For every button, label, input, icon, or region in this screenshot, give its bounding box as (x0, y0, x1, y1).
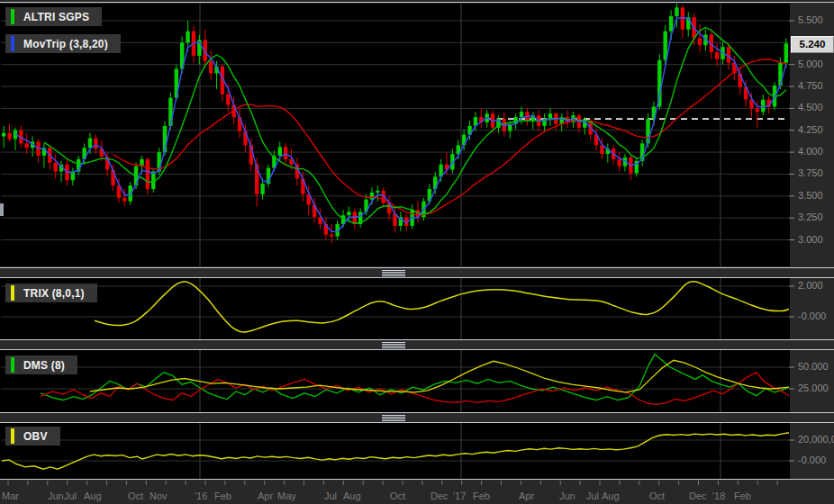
candle (88, 139, 92, 148)
charting-window: ALTRI SGPS MovTrip (3,8,20) TRIX (8,0,1)… (0, 0, 834, 504)
y-axis-tick-label: 3.500 (798, 190, 823, 201)
x-axis-month-label: Feb (214, 490, 231, 501)
dms-label: DMS (8) (23, 359, 65, 372)
trix-color-bar-icon (11, 285, 14, 301)
candle (71, 172, 75, 181)
x-axis-month-label: Oct (649, 490, 665, 501)
y-axis-tick-label: 3.750 (798, 167, 823, 178)
x-axis-month-label: Mar (2, 490, 19, 501)
y-axis-tick-label: 25.000 (798, 382, 829, 393)
candle (186, 32, 189, 43)
candle (330, 235, 333, 237)
candle (226, 94, 230, 105)
y-axis-tick-label: 5.500 (798, 14, 823, 25)
symbol-name: ALTRI SGPS (23, 11, 89, 23)
splitter-grip-icon[interactable] (382, 415, 405, 421)
candle (756, 108, 759, 112)
panel-splitter-3[interactable] (0, 412, 834, 423)
y-axis-tick-label: -0.000 (798, 310, 826, 321)
y-axis-tick-label: 3.250 (798, 212, 823, 222)
left-edge-marker (0, 203, 4, 216)
x-axis-month-label: '18 (712, 490, 725, 501)
y-axis-tick-label: 20,000,000 (798, 434, 834, 445)
candle (698, 38, 702, 45)
x-axis-month-label: Aug (343, 490, 361, 501)
last-price-badge: 5.240 (791, 36, 834, 53)
candle (122, 198, 126, 202)
movtrip-color-bar-icon (11, 36, 14, 51)
candle (53, 163, 57, 172)
price-scale-axis[interactable]: 5.5005.0004.7504.5004.2504.0003.7503.500… (791, 0, 834, 479)
chart-canvas[interactable] (0, 0, 834, 504)
candle (370, 193, 374, 200)
obv-color-bar-icon (11, 428, 14, 444)
movtrip-label: MovTrip (3,8,20) (23, 38, 108, 50)
y-axis-tick-label: 50.000 (798, 361, 829, 372)
x-axis-month-label: Feb (473, 490, 490, 501)
y-axis-tick-label: 3.000 (798, 234, 823, 245)
x-axis-month-label: Apr (258, 490, 273, 501)
x-axis-month-label: Aug (84, 490, 102, 501)
x-axis-month-label: Jun (48, 490, 64, 501)
x-axis-month-label: Apr (519, 490, 534, 501)
time-axis[interactable]: MarJunJulAugOctNov'16FebAprMayJulAugOctD… (0, 485, 834, 504)
x-axis-month-label: Jul (324, 490, 337, 501)
x-axis-month-label: Oct (390, 490, 405, 501)
candle (260, 184, 264, 194)
x-axis-month-label: Dec (431, 490, 449, 501)
candle (168, 98, 172, 126)
x-axis-month-label: Jul (64, 490, 77, 501)
splitter-grip-icon[interactable] (382, 270, 405, 276)
x-axis-month-label: Jul (586, 490, 599, 501)
x-axis-month-label: Aug (602, 490, 620, 501)
trix-label: TRIX (8,0,1) (23, 287, 85, 300)
y-axis-tick-label: -0.000 (798, 454, 826, 465)
panel-splitter-1[interactable] (0, 267, 834, 278)
dms-color-bar-icon (11, 357, 14, 373)
candle (784, 43, 788, 62)
y-axis-tick-label: 2.000 (798, 280, 823, 291)
y-axis-tick-label: 4.000 (798, 146, 823, 157)
splitter-grip-icon[interactable] (382, 342, 405, 348)
y-axis-tick-label: 4.750 (798, 80, 823, 91)
dms-indicator-chip[interactable]: DMS (8) (5, 356, 77, 374)
candle (146, 159, 150, 189)
candle (278, 147, 282, 156)
y-axis-tick-label: 4.250 (798, 124, 823, 135)
y-axis-tick-label: 5.000 (798, 58, 823, 69)
candle (376, 191, 379, 193)
candle (669, 16, 673, 32)
candle (25, 143, 29, 148)
x-axis-month-label: Nov (150, 490, 168, 501)
trix-indicator-chip[interactable]: TRIX (8,0,1) (5, 284, 97, 302)
symbol-color-bar-icon (11, 9, 14, 24)
x-axis-month-label: May (277, 490, 296, 501)
candle (675, 7, 678, 16)
candle (2, 133, 5, 137)
x-axis-month-label: '17 (453, 490, 466, 501)
candle (715, 52, 719, 59)
symbol-label-chip[interactable]: ALTRI SGPS (5, 7, 102, 26)
obv-label: OBV (23, 430, 48, 443)
x-axis-month-label: Feb (734, 490, 751, 501)
x-axis-month-label: Dec (689, 490, 707, 501)
candle (761, 100, 765, 112)
candle (284, 147, 287, 159)
x-axis-month-label: Jun (559, 490, 576, 501)
candle (209, 61, 213, 74)
panel-splitter-2[interactable] (0, 339, 834, 350)
x-axis-month-label: Oct (128, 490, 143, 501)
y-axis-tick-label: 4.500 (798, 102, 823, 112)
obv-indicator-chip[interactable]: OBV (5, 427, 60, 446)
candle (520, 112, 523, 117)
candle (94, 139, 97, 149)
x-axis-month-label: '16 (195, 490, 207, 501)
movtrip-indicator-chip[interactable]: MovTrip (3,8,20) (5, 34, 121, 53)
candle (7, 133, 11, 140)
candle (347, 212, 350, 215)
candle (617, 159, 621, 166)
